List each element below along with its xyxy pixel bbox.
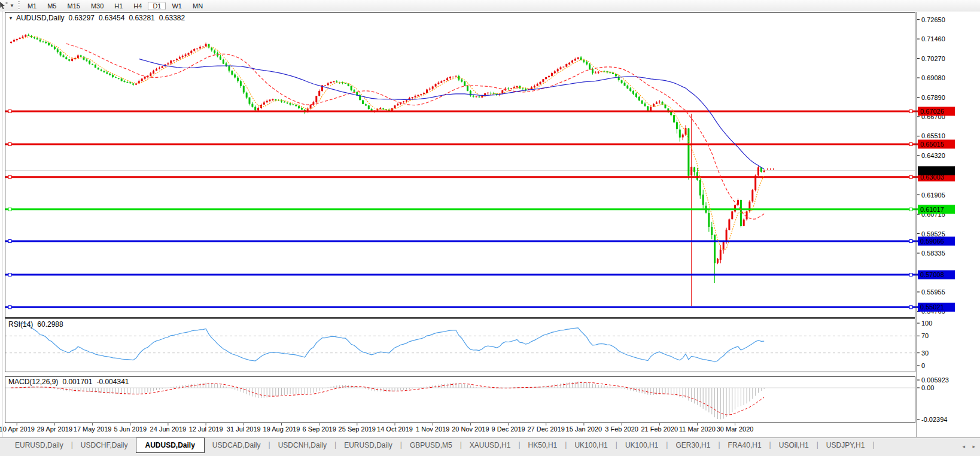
svg-text:0.00: 0.00: [921, 384, 934, 391]
svg-text:0.67026: 0.67026: [920, 108, 944, 115]
chart-tab-hk50-h1-8[interactable]: HK50,H1: [521, 438, 565, 452]
timeframe-button-M5[interactable]: M5: [42, 2, 61, 10]
svg-text:0.65015: 0.65015: [920, 141, 944, 148]
svg-text:0.55021: 0.55021: [920, 303, 944, 311]
svg-text:20 Nov 2019: 20 Nov 2019: [452, 425, 489, 433]
svg-text:12 Jul 2019: 12 Jul 2019: [189, 425, 223, 433]
timeframe-button-M15[interactable]: M15: [62, 2, 84, 10]
date-axis: 10 Apr 201929 Apr 201917 May 20195 Jun 2…: [0, 423, 753, 433]
tab-separator: |: [872, 438, 874, 453]
svg-text:27 Dec 2019: 27 Dec 2019: [528, 425, 565, 433]
chart-tab-uk100-h1-10[interactable]: UK100,H1: [617, 438, 666, 452]
chart-tab-usdcnh-daily-4[interactable]: USDCNH,Daily: [270, 438, 334, 452]
timeframe-buttons: M1M5M15M30H1H4D1W1MN: [22, 0, 208, 11]
price-axis: 0.726500.714600.702700.690800.678900.667…: [917, 16, 949, 423]
chevron-down-icon[interactable]: ▼: [8, 3, 17, 8]
tab-scroll-arrows: ◂ ▸: [956, 443, 975, 449]
chart-tabs: EURUSD,Daily|USDCHF,DailyAUDUSD,DailyUSD…: [7, 438, 874, 453]
svg-text:0.005923: 0.005923: [921, 376, 949, 384]
chart-tab-uk100-h1-9[interactable]: UK100,H1: [567, 438, 615, 452]
chart-tab-ger30-h1-11[interactable]: GER30,H1: [668, 438, 718, 452]
symbol-period: AUDUSD,Daily: [16, 14, 65, 22]
ohlc-close: 0.63382: [159, 14, 185, 22]
chart-tab-usoil-h1-13[interactable]: USOil,H1: [771, 438, 817, 452]
toolbar-grip: [18, 1, 20, 10]
svg-text:15 Jan 2020: 15 Jan 2020: [566, 425, 602, 433]
timeframe-button-H1[interactable]: H1: [109, 2, 127, 10]
svg-text:0.72650: 0.72650: [921, 16, 945, 23]
svg-text:0.70270: 0.70270: [921, 55, 945, 62]
timeframe-button-M1[interactable]: M1: [23, 2, 41, 10]
collapse-arrow-icon[interactable]: ▼: [8, 16, 13, 21]
chart-title: ▼AUDUSD,Daily0.632970.634540.632810.6338…: [8, 14, 185, 22]
svg-text:6 Sep 2019: 6 Sep 2019: [303, 425, 336, 433]
svg-text:1 Nov 2019: 1 Nov 2019: [416, 425, 449, 433]
chart-tab-xauusd-h1-7[interactable]: XAUUSD,H1: [462, 438, 519, 452]
svg-text:24 Jun 2019: 24 Jun 2019: [150, 425, 187, 433]
svg-text:14 Oct 2019: 14 Oct 2019: [377, 425, 413, 433]
timeframe-button-W1[interactable]: W1: [167, 2, 187, 10]
svg-text:0.57008: 0.57008: [920, 271, 944, 278]
svg-text:3 Feb 2020: 3 Feb 2020: [605, 425, 638, 433]
timeframe-button-M30[interactable]: M30: [86, 2, 108, 10]
ohlc-high: 0.63454: [99, 14, 124, 22]
svg-text:70: 70: [921, 332, 929, 339]
svg-text:0.69080: 0.69080: [921, 74, 945, 81]
chart-tab-usdchf-daily-1[interactable]: USDCHF,Daily: [73, 438, 136, 452]
svg-text:0: 0: [921, 362, 925, 369]
svg-text:0.65510: 0.65510: [921, 132, 945, 139]
timeframe-toolbar: ▼ M1M5M15M30H1H4D1W1MN: [0, 0, 980, 11]
svg-text:21 Feb 2020: 21 Feb 2020: [641, 425, 678, 433]
chart-tab-usdcad-daily-3[interactable]: USDCAD,Daily: [205, 438, 269, 452]
price-label-0.55021: 0.55021: [918, 303, 955, 312]
timeframe-button-MN[interactable]: MN: [188, 2, 208, 10]
svg-text:10 Apr 2019: 10 Apr 2019: [0, 425, 35, 433]
svg-text:0.71460: 0.71460: [921, 35, 945, 42]
svg-text:0.63382: 0.63382: [920, 167, 944, 174]
svg-text:-0.02394: -0.02394: [921, 416, 947, 423]
svg-text:31 Jul 2019: 31 Jul 2019: [227, 425, 261, 433]
svg-text:100: 100: [921, 320, 932, 327]
price-label-0.57008: 0.57008: [918, 270, 955, 279]
chart-tab-eurusd-daily-0[interactable]: EURUSD,Daily: [7, 438, 71, 452]
svg-text:19 Aug 2019: 19 Aug 2019: [263, 425, 300, 433]
svg-text:0.67890: 0.67890: [921, 94, 945, 101]
svg-text:0.61905: 0.61905: [921, 191, 945, 199]
chart-tab-gbpusd-m5-6[interactable]: GBPUSD,M5: [402, 438, 460, 452]
svg-text:17 May 2019: 17 May 2019: [74, 425, 112, 433]
svg-text:25 Sep 2019: 25 Sep 2019: [339, 425, 376, 433]
svg-text:0.55955: 0.55955: [921, 288, 945, 296]
svg-text:11 Mar 2020: 11 Mar 2020: [679, 425, 716, 433]
price-label-current: 0.63382: [918, 166, 955, 175]
chart-tab-fra40-h1-12[interactable]: FRA40,H1: [720, 438, 769, 452]
chart-tabs-bar: EURUSD,Daily|USDCHF,DailyAUDUSD,DailyUSD…: [0, 437, 980, 456]
timeframe-button-H4[interactable]: H4: [129, 2, 147, 10]
rsi-indicator-label: RSI(14)60.2988: [8, 320, 63, 329]
chart-tab-usdjpy-h1-14[interactable]: USDJPY,H1: [818, 438, 872, 452]
chart-tab-audusd-daily-2[interactable]: AUDUSD,Daily: [136, 437, 205, 453]
price-label-0.59066: 0.59066: [918, 237, 955, 246]
tab-scroll-left-icon[interactable]: ◂: [962, 443, 965, 449]
macd-indicator-label: MACD(12,26,9)0.001701-0.004341: [8, 378, 129, 386]
price-label-0.67026: 0.67026: [918, 107, 955, 116]
price-label-0.61017: 0.61017: [918, 205, 955, 214]
svg-text:30: 30: [921, 349, 929, 357]
ohlc-open: 0.63297: [69, 14, 95, 22]
svg-text:0.61017: 0.61017: [920, 206, 944, 213]
svg-text:9 Dec 2019: 9 Dec 2019: [491, 425, 525, 433]
price-chart-canvas[interactable]: 0.726500.714600.702700.690800.678900.667…: [0, 0, 980, 456]
svg-text:29 Apr 2019: 29 Apr 2019: [37, 425, 72, 433]
svg-text:5 Jun 2019: 5 Jun 2019: [114, 425, 147, 433]
svg-text:0.58335: 0.58335: [921, 250, 945, 257]
timeframe-button-D1[interactable]: D1: [148, 2, 166, 10]
tab-scroll-right-icon[interactable]: ▸: [972, 443, 975, 449]
svg-text:0.59525: 0.59525: [921, 230, 945, 238]
ohlc-low: 0.63281: [129, 14, 154, 22]
svg-text:30 Mar 2020: 30 Mar 2020: [717, 425, 754, 433]
price-label-0.65015: 0.65015: [918, 139, 955, 148]
crosshair-tool-icon[interactable]: [0, 1, 8, 10]
svg-text:0.64320: 0.64320: [921, 152, 945, 159]
svg-text:0.59066: 0.59066: [920, 238, 944, 245]
chart-tab-eurusd-daily-5[interactable]: EURUSD,Daily: [336, 438, 400, 452]
